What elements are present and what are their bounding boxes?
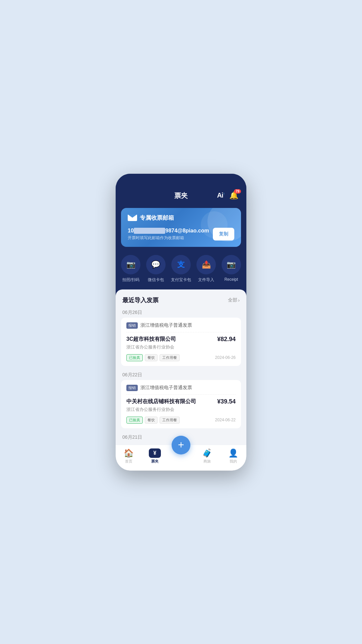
- invoice-left: 3C超市科技有限公司 浙江省办公服务行业协会: [126, 336, 217, 353]
- tag-baoxiao-1: 报销: [126, 385, 138, 391]
- page-title: 票夹: [174, 191, 188, 200]
- invoice-seller-1: 浙江省办公服务行业协会: [126, 407, 217, 413]
- date-group-0622: 06月22日 报销 浙江增值税电子普通发票 中关村在线店铺科技有限公司 浙江省办…: [121, 369, 241, 428]
- travel-icon: 🧳: [202, 448, 212, 458]
- invoice-type-row: 报销 浙江增值税电子普通发票: [126, 322, 236, 332]
- camera-icon: 📷: [121, 255, 140, 274]
- nav-item-piaojia[interactable]: ¥ 票夹: [142, 448, 168, 464]
- fab-button[interactable]: +: [172, 436, 190, 454]
- tag-meal-1: 工作用餐: [160, 417, 180, 424]
- action-photo-scan[interactable]: 📷 拍照/扫码: [121, 255, 140, 283]
- invoice-amount-1: ¥39.54: [217, 398, 236, 405]
- profile-icon: 👤: [228, 448, 238, 458]
- invoice-date-0: 2024-06-26: [215, 355, 236, 360]
- quick-actions: 📷 拍照/扫码 💬 微信卡包 支 支付宝卡包 📤 文件导入 📷: [116, 252, 246, 289]
- date-group-0626: 06月26日 报销 浙江增值税电子普通发票 3C超市科技有限公司 浙江省办公服务…: [121, 307, 241, 366]
- invoice-type-name: 浙江增值税电子普通发票: [140, 322, 192, 328]
- tag-verified-0: 已验真: [126, 354, 143, 361]
- action-file-import[interactable]: 📤 文件导入: [196, 255, 216, 283]
- envelope-icon: ✉: [128, 214, 137, 221]
- invoice-date-1: 2024-06-22: [215, 418, 236, 422]
- section-header: 最近导入发票 全部 ›: [116, 289, 246, 307]
- email-card: ✉ 专属收票邮箱 10████████9874@8piao.com 开票时填写此…: [121, 208, 241, 247]
- action-label-file: 文件导入: [198, 277, 214, 283]
- home-icon: 🏠: [124, 448, 134, 458]
- nav-item-home[interactable]: 🏠 首页: [116, 448, 142, 464]
- invoice-type-row-1: 报销 浙江增值税电子普通发票: [126, 385, 236, 395]
- receipt-icon: 📷: [222, 255, 241, 274]
- email-hint: 开票时填写此邮箱作为收票邮箱: [128, 235, 213, 241]
- invoice-company-0: 3C超市科技有限公司: [126, 336, 217, 343]
- tag-meal-0: 工作用餐: [160, 354, 180, 361]
- bell-badge: 79: [234, 189, 241, 194]
- nav-label-piaojia: 票夹: [151, 459, 159, 464]
- ai-label[interactable]: Ai↑: [217, 192, 225, 199]
- action-wechat[interactable]: 💬 微信卡包: [146, 255, 166, 283]
- bell-wrapper[interactable]: 🔔 79: [229, 191, 238, 200]
- invoice-detail-row: 3C超市科技有限公司 浙江省办公服务行业协会 ¥82.94: [126, 336, 236, 353]
- invoice-tags-row-1: 已验真 餐饮 工作用餐 2024-06-22: [126, 417, 236, 424]
- action-label-photo: 拍照/扫码: [122, 277, 139, 283]
- tag-dining-1: 餐饮: [145, 417, 158, 424]
- bottom-nav: + 🏠 首页 ¥ 票夹 🧳 商旅 👤 我的: [116, 445, 246, 471]
- masked-email: ████████: [134, 228, 166, 234]
- email-row: 10████████9874@8piao.com 开票时填写此邮箱作为收票邮箱 …: [128, 228, 234, 241]
- email-card-title: ✉ 专属收票邮箱: [128, 214, 234, 222]
- main-content: 最近导入发票 全部 › 06月26日 报销 浙江增值税电子普通发票 3C超市科技…: [116, 289, 246, 471]
- invoice-left-1: 中关村在线店铺科技有限公司 浙江省办公服务行业协会: [126, 398, 217, 415]
- email-address: 10████████9874@8piao.com: [128, 228, 213, 234]
- invoice-company-1: 中关村在线店铺科技有限公司: [126, 398, 217, 405]
- header-right: Ai↑ 🔔 79: [217, 191, 239, 200]
- wechat-icon: 💬: [146, 255, 166, 274]
- tag-verified-1: 已验真: [126, 417, 143, 424]
- invoice-type-name-1: 浙江增值税电子普通发票: [140, 385, 192, 391]
- email-address-block: 10████████9874@8piao.com 开票时填写此邮箱作为收票邮箱: [128, 228, 213, 241]
- alipay-icon: 支: [171, 255, 191, 274]
- invoice-seller-0: 浙江省办公服务行业协会: [126, 344, 217, 350]
- nav-label-home: 首页: [125, 459, 132, 464]
- tags-left-0: 已验真 餐饮 工作用餐: [126, 354, 180, 361]
- invoice-tags-row-0: 已验真 餐饮 工作用餐 2024-06-26: [126, 354, 236, 361]
- plus-icon: +: [178, 439, 184, 450]
- copy-button[interactable]: 复制: [213, 228, 234, 240]
- nav-item-travel[interactable]: 🧳 商旅: [194, 448, 220, 464]
- piaojia-icon-box: ¥: [149, 448, 161, 458]
- action-receipt[interactable]: 📷 Receipt: [222, 255, 241, 283]
- invoice-list: 06月26日 报销 浙江增值税电子普通发票 3C超市科技有限公司 浙江省办公服务…: [116, 307, 246, 445]
- action-label-wechat: 微信卡包: [148, 277, 164, 283]
- chevron-right-icon: ›: [238, 298, 240, 303]
- nav-item-profile[interactable]: 👤 我的: [220, 448, 246, 464]
- header: 票夹 Ai↑ 🔔 79: [116, 174, 246, 205]
- tags-left-1: 已验真 餐饮 工作用餐: [126, 417, 180, 424]
- file-import-icon: 📤: [196, 255, 216, 274]
- invoice-card-1[interactable]: 报销 浙江增值税电子普通发票 中关村在线店铺科技有限公司 浙江省办公服务行业协会…: [121, 380, 241, 428]
- nav-label-travel: 商旅: [203, 459, 211, 464]
- section-title: 最近导入发票: [122, 296, 159, 304]
- action-label-receipt: Receipt: [224, 277, 238, 282]
- date-label-0622: 06月22日: [121, 369, 241, 380]
- tag-baoxiao: 报销: [126, 322, 138, 329]
- phone-container: 票夹 Ai↑ 🔔 79 ✉ 专属收票邮箱 10████████9874@8pia…: [116, 174, 246, 471]
- invoice-amount-0: ¥82.94: [217, 336, 236, 343]
- nav-label-profile: 我的: [230, 459, 237, 464]
- invoice-detail-row-1: 中关村在线店铺科技有限公司 浙江省办公服务行业协会 ¥39.54: [126, 398, 236, 415]
- date-label-0626: 06月26日: [121, 307, 241, 318]
- tag-dining-0: 餐饮: [145, 354, 158, 361]
- section-link-all[interactable]: 全部 ›: [228, 297, 240, 303]
- yuan-icon: ¥: [154, 450, 157, 456]
- action-alipay[interactable]: 支 支付宝卡包: [171, 255, 191, 283]
- invoice-card-0[interactable]: 报销 浙江增值税电子普通发票 3C超市科技有限公司 浙江省办公服务行业协会 ¥8…: [121, 318, 241, 366]
- action-label-alipay: 支付宝卡包: [171, 277, 191, 283]
